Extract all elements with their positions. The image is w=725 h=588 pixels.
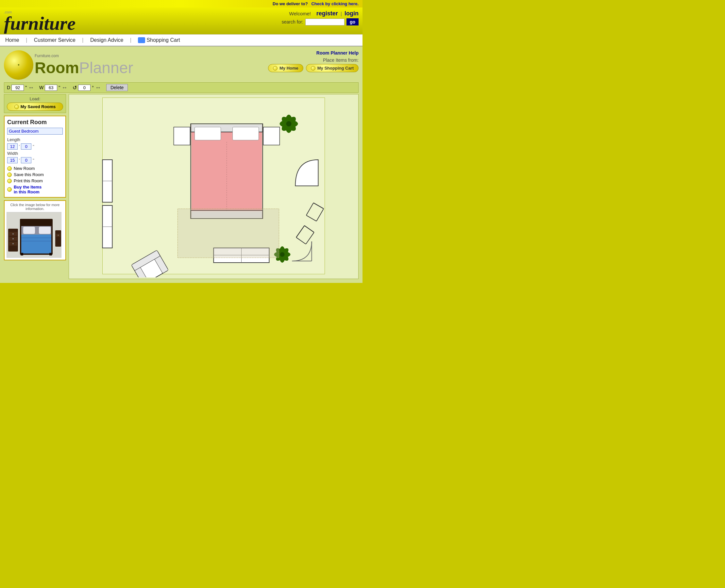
- planner-header: ✦ Furniture.com Room Planner Room Planne…: [4, 50, 359, 80]
- w-input[interactable]: [45, 85, 57, 91]
- lower-section: Load: My Saved Rooms Current Room Length…: [4, 94, 359, 279]
- toolbar-row: D " ↔ W " ↔ ↺ ° ↔ Delete: [4, 82, 359, 93]
- d-input[interactable]: [12, 85, 24, 91]
- place-items-buttons: My Home My Shopping Cart: [268, 64, 359, 72]
- rotate-arrow-icon: ↔: [95, 84, 101, 91]
- saved-rooms-dot: [14, 105, 19, 109]
- main-content: ✦ Furniture.com Room Planner Room Planne…: [0, 46, 363, 283]
- buy-items-dot: [7, 187, 12, 192]
- width-ft-unit: ': [19, 158, 20, 163]
- bottom-bar: [0, 283, 363, 293]
- svg-point-52: [280, 252, 285, 257]
- svg-rect-17: [49, 253, 52, 255]
- svg-rect-62: [178, 209, 279, 258]
- planner-logo: ✦ Furniture.com Room Planner: [4, 50, 133, 80]
- width-ft-input[interactable]: [7, 157, 18, 163]
- room-canvas-wrapper[interactable]: [69, 94, 359, 279]
- svg-rect-13: [21, 234, 51, 253]
- nav-customer-service[interactable]: Customer Service: [29, 37, 81, 43]
- width-in-unit: ": [33, 158, 34, 163]
- my-home-button[interactable]: My Home: [268, 64, 303, 72]
- length-inputs: ' ": [7, 143, 63, 150]
- rotate-unit: °: [92, 85, 94, 90]
- save-room-dot: [7, 172, 12, 177]
- print-room-dot: [7, 179, 12, 183]
- print-room-item[interactable]: Print this Room: [7, 178, 63, 183]
- svg-point-5: [13, 233, 14, 234]
- my-saved-rooms-button[interactable]: My Saved Rooms: [7, 103, 63, 111]
- delivery-bar: Do we deliver to? Check by clicking here…: [0, 0, 363, 7]
- product-box-label: Click the image below for more informati…: [6, 203, 63, 211]
- room-planner-help-link[interactable]: Room Planner Help: [268, 50, 359, 56]
- header: .com furniture Welcome! register | login…: [0, 7, 363, 34]
- svg-rect-34: [174, 127, 190, 145]
- my-home-dot: [273, 66, 278, 70]
- length-ft-input[interactable]: [7, 143, 18, 150]
- current-room-title: Current Room: [7, 119, 63, 126]
- svg-point-7: [13, 243, 14, 244]
- go-button[interactable]: go: [346, 18, 359, 25]
- auth-separator: |: [341, 11, 342, 16]
- product-image[interactable]: [6, 212, 61, 258]
- svg-point-6: [13, 238, 14, 239]
- w-label: W: [39, 85, 43, 90]
- login-link[interactable]: login: [344, 10, 359, 17]
- length-ft-unit: ': [19, 144, 20, 149]
- width-in-input[interactable]: [21, 157, 32, 163]
- svg-rect-10: [20, 219, 53, 226]
- width-row: Width: [7, 151, 63, 156]
- w-arrow-icon: ↔: [61, 84, 67, 91]
- dimension-w-group: W " ↔: [39, 84, 67, 91]
- place-items-label: Place Items from:: [268, 58, 359, 63]
- planner-dotcom: Furniture.com: [35, 54, 133, 58]
- w-unit: ": [59, 85, 60, 90]
- dimension-d-group: D " ↔: [7, 84, 34, 91]
- planner-title-area: Furniture.com Room Planner: [30, 54, 133, 77]
- register-link[interactable]: register: [317, 10, 338, 17]
- delete-button[interactable]: Delete: [106, 84, 128, 91]
- delivery-check-link[interactable]: Check by clicking here.: [311, 1, 359, 6]
- room-floor-plan[interactable]: [69, 94, 358, 277]
- svg-rect-11: [23, 227, 35, 234]
- room-name-input[interactable]: [7, 128, 63, 134]
- d-label: D: [7, 85, 10, 90]
- delivery-question: Do we deliver to?: [273, 1, 308, 6]
- d-unit: ": [25, 85, 27, 90]
- search-row: search for: go: [282, 18, 359, 25]
- my-shopping-cart-button[interactable]: My Shopping Cart: [306, 64, 359, 72]
- nav-shopping-cart[interactable]: Shopping Cart: [133, 37, 185, 43]
- length-label: Length: [7, 137, 22, 142]
- svg-rect-16: [21, 253, 23, 255]
- d-arrow-icon: ↔: [28, 84, 34, 91]
- width-label: Width: [7, 151, 22, 156]
- search-input[interactable]: [305, 19, 344, 25]
- nav-bar: Home | Customer Service | Design Advice …: [0, 34, 363, 46]
- length-in-input[interactable]: [21, 143, 32, 150]
- planner-planner-title: Planner: [79, 59, 133, 77]
- planner-right: Room Planner Help Place Items from: My H…: [268, 50, 359, 72]
- header-auth: Welcome! register | login: [282, 10, 359, 17]
- search-label: search for:: [282, 19, 303, 24]
- length-row: Length: [7, 137, 63, 142]
- bed-svg: [7, 212, 61, 258]
- product-box[interactable]: Click the image below for more informati…: [4, 200, 66, 260]
- new-room-dot: [7, 166, 12, 171]
- new-room-item[interactable]: New Room: [7, 166, 63, 171]
- length-in-unit: ": [33, 144, 34, 149]
- planner-room-title: Room: [35, 59, 79, 77]
- svg-rect-12: [39, 227, 51, 234]
- rotate-icon: ↺: [73, 85, 77, 91]
- buy-items-item[interactable]: Buy the Items in this Room: [7, 185, 63, 194]
- svg-rect-29: [195, 127, 221, 140]
- save-room-item[interactable]: Save this Room: [7, 172, 63, 177]
- nav-home[interactable]: Home: [5, 37, 24, 43]
- welcome-text: Welcome!: [289, 11, 311, 16]
- shopping-cart-icon: [138, 37, 145, 43]
- header-right: Welcome! register | login search for: go: [282, 10, 359, 25]
- load-section: Load: My Saved Rooms: [4, 94, 66, 113]
- nav-design-advice[interactable]: Design Advice: [85, 37, 128, 43]
- svg-rect-18: [55, 230, 61, 247]
- rotate-input[interactable]: [78, 85, 90, 91]
- room-actions: New Room Save this Room Print this Room …: [7, 166, 63, 194]
- svg-rect-35: [263, 127, 280, 145]
